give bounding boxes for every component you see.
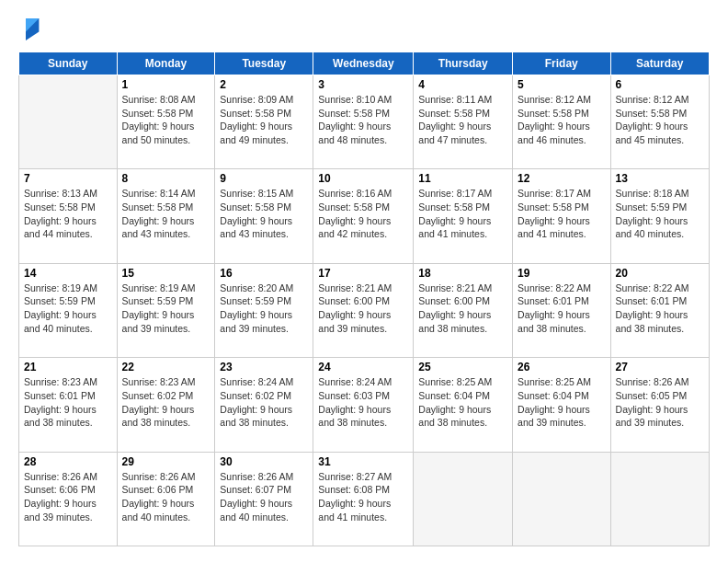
day-header-sunday: Sunday <box>19 52 118 75</box>
day-number: 12 <box>518 172 606 185</box>
day-number: 18 <box>418 267 507 280</box>
calendar-cell: 22Sunrise: 8:23 AM Sunset: 6:02 PM Dayli… <box>117 358 215 452</box>
calendar-cell: 11Sunrise: 8:17 AM Sunset: 5:58 PM Dayli… <box>414 169 513 263</box>
calendar-cell: 15Sunrise: 8:19 AM Sunset: 5:59 PM Dayli… <box>117 263 215 357</box>
calendar-cell: 12Sunrise: 8:17 AM Sunset: 5:58 PM Dayli… <box>513 169 611 263</box>
day-number: 22 <box>122 361 210 373</box>
calendar-week-3: 21Sunrise: 8:23 AM Sunset: 6:01 PM Dayli… <box>19 358 710 452</box>
day-info: Sunrise: 8:24 AM Sunset: 6:03 PM Dayligh… <box>318 375 408 430</box>
calendar-table: SundayMondayTuesdayWednesdayThursdayFrid… <box>18 52 710 546</box>
calendar-cell: 31Sunrise: 8:27 AM Sunset: 6:08 PM Dayli… <box>313 452 414 546</box>
day-info: Sunrise: 8:16 AM Sunset: 5:58 PM Dayligh… <box>318 187 408 241</box>
day-info: Sunrise: 8:08 AM Sunset: 5:58 PM Dayligh… <box>122 93 210 147</box>
day-number: 11 <box>418 172 507 185</box>
calendar-cell: 23Sunrise: 8:24 AM Sunset: 6:02 PM Dayli… <box>215 358 313 452</box>
day-number: 29 <box>122 455 210 468</box>
calendar-cell: 8Sunrise: 8:14 AM Sunset: 5:58 PM Daylig… <box>117 169 215 263</box>
day-number: 9 <box>220 172 308 185</box>
calendar-cell: 9Sunrise: 8:15 AM Sunset: 5:58 PM Daylig… <box>215 169 313 263</box>
day-info: Sunrise: 8:10 AM Sunset: 5:58 PM Dayligh… <box>318 93 408 147</box>
day-info: Sunrise: 8:17 AM Sunset: 5:58 PM Dayligh… <box>418 187 507 241</box>
calendar-cell: 21Sunrise: 8:23 AM Sunset: 6:01 PM Dayli… <box>19 358 118 452</box>
calendar-cell: 16Sunrise: 8:20 AM Sunset: 5:59 PM Dayli… <box>215 263 313 357</box>
day-info: Sunrise: 8:12 AM Sunset: 5:58 PM Dayligh… <box>616 93 704 147</box>
day-number: 10 <box>318 172 408 185</box>
calendar-cell: 4Sunrise: 8:11 AM Sunset: 5:58 PM Daylig… <box>414 75 513 169</box>
calendar-cell: 10Sunrise: 8:16 AM Sunset: 5:58 PM Dayli… <box>313 169 414 263</box>
calendar-cell: 29Sunrise: 8:26 AM Sunset: 6:06 PM Dayli… <box>117 452 215 546</box>
calendar-cell: 13Sunrise: 8:18 AM Sunset: 5:59 PM Dayli… <box>610 169 709 263</box>
calendar-cell <box>513 452 611 546</box>
day-number: 27 <box>616 361 704 373</box>
day-number: 31 <box>318 455 408 468</box>
logo <box>18 17 44 42</box>
calendar-header-row: SundayMondayTuesdayWednesdayThursdayFrid… <box>19 52 710 75</box>
calendar-week-1: 7Sunrise: 8:13 AM Sunset: 5:58 PM Daylig… <box>19 169 710 263</box>
day-info: Sunrise: 8:20 AM Sunset: 5:59 PM Dayligh… <box>220 282 308 336</box>
day-number: 30 <box>220 455 308 468</box>
day-info: Sunrise: 8:15 AM Sunset: 5:58 PM Dayligh… <box>220 187 308 241</box>
day-info: Sunrise: 8:26 AM Sunset: 6:07 PM Dayligh… <box>220 470 308 524</box>
day-number: 4 <box>418 78 507 91</box>
day-info: Sunrise: 8:26 AM Sunset: 6:06 PM Dayligh… <box>24 470 112 524</box>
day-number: 6 <box>616 78 704 91</box>
calendar-cell: 5Sunrise: 8:12 AM Sunset: 5:58 PM Daylig… <box>513 75 611 169</box>
day-info: Sunrise: 8:18 AM Sunset: 5:59 PM Dayligh… <box>616 187 704 241</box>
day-info: Sunrise: 8:19 AM Sunset: 5:59 PM Dayligh… <box>122 282 210 336</box>
day-info: Sunrise: 8:26 AM Sunset: 6:05 PM Dayligh… <box>616 375 704 430</box>
day-info: Sunrise: 8:09 AM Sunset: 5:58 PM Dayligh… <box>220 93 308 147</box>
day-header-friday: Friday <box>513 52 611 75</box>
day-info: Sunrise: 8:21 AM Sunset: 6:00 PM Dayligh… <box>318 282 408 336</box>
header <box>18 17 710 42</box>
day-header-thursday: Thursday <box>414 52 513 75</box>
day-number: 8 <box>122 172 210 185</box>
day-info: Sunrise: 8:26 AM Sunset: 6:06 PM Dayligh… <box>122 470 210 524</box>
calendar-cell <box>610 452 709 546</box>
calendar-cell: 25Sunrise: 8:25 AM Sunset: 6:04 PM Dayli… <box>414 358 513 452</box>
day-header-saturday: Saturday <box>610 52 709 75</box>
day-info: Sunrise: 8:23 AM Sunset: 6:02 PM Dayligh… <box>122 375 210 430</box>
page: SundayMondayTuesdayWednesdayThursdayFrid… <box>0 0 728 563</box>
logo-icon <box>18 17 40 42</box>
day-info: Sunrise: 8:25 AM Sunset: 6:04 PM Dayligh… <box>518 375 606 430</box>
calendar-cell: 6Sunrise: 8:12 AM Sunset: 5:58 PM Daylig… <box>610 75 709 169</box>
calendar-cell: 14Sunrise: 8:19 AM Sunset: 5:59 PM Dayli… <box>19 263 118 357</box>
day-number: 20 <box>616 267 704 280</box>
day-header-wednesday: Wednesday <box>313 52 414 75</box>
calendar-cell: 2Sunrise: 8:09 AM Sunset: 5:58 PM Daylig… <box>215 75 313 169</box>
calendar-cell <box>414 452 513 546</box>
calendar-week-0: 1Sunrise: 8:08 AM Sunset: 5:58 PM Daylig… <box>19 75 710 169</box>
calendar-cell: 26Sunrise: 8:25 AM Sunset: 6:04 PM Dayli… <box>513 358 611 452</box>
calendar-cell: 1Sunrise: 8:08 AM Sunset: 5:58 PM Daylig… <box>117 75 215 169</box>
calendar-cell: 7Sunrise: 8:13 AM Sunset: 5:58 PM Daylig… <box>19 169 118 263</box>
day-number: 15 <box>122 267 210 280</box>
day-number: 2 <box>220 78 308 91</box>
day-number: 21 <box>24 361 112 373</box>
day-number: 3 <box>318 78 408 91</box>
day-info: Sunrise: 8:24 AM Sunset: 6:02 PM Dayligh… <box>220 375 308 430</box>
calendar-cell: 20Sunrise: 8:22 AM Sunset: 6:01 PM Dayli… <box>610 263 709 357</box>
day-info: Sunrise: 8:22 AM Sunset: 6:01 PM Dayligh… <box>518 282 606 336</box>
day-info: Sunrise: 8:25 AM Sunset: 6:04 PM Dayligh… <box>418 375 507 430</box>
day-number: 25 <box>418 361 507 373</box>
day-number: 13 <box>616 172 704 185</box>
day-number: 19 <box>518 267 606 280</box>
calendar-cell: 30Sunrise: 8:26 AM Sunset: 6:07 PM Dayli… <box>215 452 313 546</box>
calendar-cell: 27Sunrise: 8:26 AM Sunset: 6:05 PM Dayli… <box>610 358 709 452</box>
day-number: 26 <box>518 361 606 373</box>
calendar-cell: 24Sunrise: 8:24 AM Sunset: 6:03 PM Dayli… <box>313 358 414 452</box>
day-number: 14 <box>24 267 112 280</box>
day-info: Sunrise: 8:19 AM Sunset: 5:59 PM Dayligh… <box>24 282 112 336</box>
day-number: 24 <box>318 361 408 373</box>
day-number: 5 <box>518 78 606 91</box>
calendar-cell: 18Sunrise: 8:21 AM Sunset: 6:00 PM Dayli… <box>414 263 513 357</box>
day-info: Sunrise: 8:13 AM Sunset: 5:58 PM Dayligh… <box>24 187 112 241</box>
day-info: Sunrise: 8:22 AM Sunset: 6:01 PM Dayligh… <box>616 282 704 336</box>
calendar-week-4: 28Sunrise: 8:26 AM Sunset: 6:06 PM Dayli… <box>19 452 710 546</box>
calendar-cell: 19Sunrise: 8:22 AM Sunset: 6:01 PM Dayli… <box>513 263 611 357</box>
day-info: Sunrise: 8:21 AM Sunset: 6:00 PM Dayligh… <box>418 282 507 336</box>
day-number: 23 <box>220 361 308 373</box>
calendar-cell <box>19 75 118 169</box>
day-number: 1 <box>122 78 210 91</box>
day-number: 16 <box>220 267 308 280</box>
